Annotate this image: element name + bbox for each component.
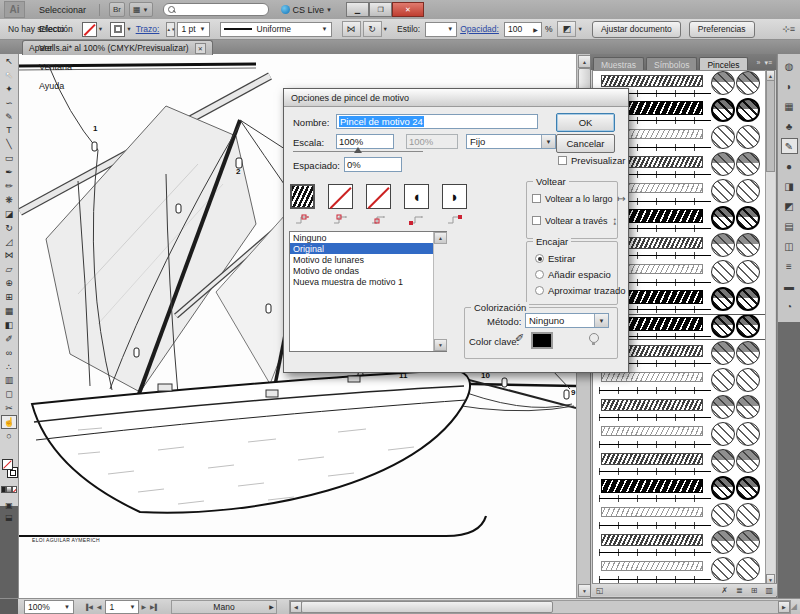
tab-muestras[interactable]: Muestras bbox=[593, 57, 644, 71]
brush-row[interactable] bbox=[593, 503, 768, 530]
brush-options-icon[interactable]: ≣ bbox=[736, 586, 743, 595]
brush-row[interactable] bbox=[593, 530, 768, 557]
lasso-tool[interactable]: ∽ bbox=[1, 96, 17, 110]
scrollbar-thumb[interactable] bbox=[766, 80, 775, 172]
brush-definition-button[interactable]: ↻ bbox=[363, 21, 382, 37]
ok-button[interactable]: OK bbox=[556, 113, 615, 132]
mesh-tool[interactable]: ▦ bbox=[1, 304, 17, 318]
graphic-styles-panel-icon[interactable]: ◨ bbox=[781, 178, 798, 194]
close-button[interactable]: ✕ bbox=[392, 2, 424, 17]
last-artboard-icon[interactable]: ▶▌ bbox=[150, 603, 159, 610]
basic-brush-button[interactable]: ⋈ bbox=[342, 21, 361, 37]
stroke-color-swatch[interactable] bbox=[110, 22, 125, 37]
cancel-button[interactable]: Cancelar bbox=[556, 134, 615, 153]
blend-tool[interactable]: ∞ bbox=[1, 346, 17, 360]
menu-seleccionar[interactable]: Seleccionar bbox=[31, 0, 94, 19]
bridge-button[interactable]: Br bbox=[109, 2, 125, 17]
fit-option-estirar[interactable]: Estirar bbox=[535, 253, 626, 264]
stroke-weight-field[interactable]: 1 pt▼ bbox=[177, 22, 209, 37]
artboard-tool[interactable]: ◻ bbox=[1, 387, 17, 401]
symbols-panel-icon[interactable]: ♣ bbox=[781, 118, 798, 134]
opacity-field[interactable]: 100▶ bbox=[504, 22, 542, 37]
first-artboard-icon[interactable]: ▐◀ bbox=[84, 603, 93, 610]
preview-option[interactable]: Previsualizar bbox=[558, 155, 625, 166]
flip-across-option[interactable]: Voltear a través ↨ bbox=[532, 215, 618, 226]
pen-tool[interactable]: ✎ bbox=[1, 110, 17, 124]
gradient-panel-icon[interactable]: ◗ bbox=[781, 78, 798, 94]
next-artboard-icon[interactable]: ▶ bbox=[141, 603, 146, 610]
list-scrollbar[interactable]: ▲ ▼ bbox=[433, 232, 447, 351]
column-graph-tool[interactable]: ▥ bbox=[1, 373, 17, 387]
search-input[interactable] bbox=[163, 3, 269, 16]
width-tool[interactable]: ⋈ bbox=[1, 248, 17, 262]
gradient-tool[interactable]: ◧ bbox=[1, 318, 17, 332]
brush-libraries-icon[interactable]: ◱ bbox=[596, 586, 604, 595]
brush-row[interactable] bbox=[593, 422, 768, 449]
name-input[interactable]: Pincel de motivo 24 bbox=[336, 114, 538, 129]
brush-row[interactable] bbox=[593, 395, 768, 422]
expand-panel-icon[interactable]: » bbox=[756, 59, 760, 66]
pattern-list-item[interactable]: Motivo de ondas bbox=[290, 265, 446, 276]
fill-stroke-indicator[interactable] bbox=[1, 458, 17, 482]
pattern-swatch-list[interactable]: NingunoOriginalMotivo de lunaresMotivo d… bbox=[289, 231, 447, 352]
line-segment-tool[interactable]: ╲ bbox=[1, 137, 17, 151]
pencil-tool[interactable]: ✏ bbox=[1, 179, 17, 193]
inner-corner-tile-button[interactable] bbox=[366, 184, 391, 209]
appearance-panel-icon[interactable]: ● bbox=[781, 158, 798, 174]
flip-along-option[interactable]: Voltear a lo largo ↦ bbox=[532, 193, 626, 204]
zoom-field[interactable]: 100% ▼ bbox=[24, 600, 74, 614]
brush-row[interactable] bbox=[593, 557, 768, 584]
eyedropper-icon[interactable]: ✐ bbox=[515, 332, 524, 345]
spacing-input[interactable]: 0% bbox=[344, 157, 402, 172]
zoom-tool[interactable]: ○ bbox=[1, 429, 17, 443]
collapse-control-bar-icon[interactable]: ⊹≡ bbox=[782, 24, 795, 34]
method-dropdown[interactable]: Ninguno ▼ bbox=[525, 313, 609, 328]
dialog-title-bar[interactable]: Opciones de pincel de motivo bbox=[284, 89, 628, 107]
menu-ventana[interactable]: Ventana bbox=[31, 57, 94, 76]
chevron-down-icon[interactable]: ▼ bbox=[594, 314, 608, 327]
stroke-link[interactable]: Trazo: bbox=[136, 24, 160, 34]
hand-tool[interactable]: ☝ bbox=[1, 415, 17, 429]
type-tool[interactable]: T bbox=[1, 123, 17, 137]
new-brush-icon[interactable]: ⊞ bbox=[751, 586, 758, 595]
tab-simbolos[interactable]: Símbolos bbox=[646, 57, 697, 71]
scroll-up-icon[interactable]: ▲ bbox=[434, 232, 447, 244]
paintbrush-tool[interactable]: ✒ bbox=[1, 165, 17, 179]
menu-ver[interactable]: Ver bbox=[31, 38, 94, 57]
scale-input[interactable]: 100% bbox=[336, 134, 394, 149]
scale-slider-thumb[interactable] bbox=[354, 147, 362, 153]
canvas-horizontal-scrollbar[interactable]: ◀ ▶ bbox=[289, 600, 791, 614]
scale-mode-dropdown[interactable]: Fijo ▼ bbox=[466, 134, 556, 149]
selection-tool[interactable]: ↖ bbox=[1, 54, 17, 68]
pattern-list-item[interactable]: Ninguno bbox=[290, 232, 446, 243]
brushes-panel-icon[interactable]: ✎ bbox=[781, 138, 798, 154]
preview-checkbox[interactable] bbox=[558, 156, 567, 165]
restore-button[interactable]: ❐ bbox=[369, 2, 392, 17]
pattern-list-item[interactable]: Original bbox=[290, 243, 446, 254]
panel-scrollbar[interactable]: ▲ ▼ bbox=[765, 70, 775, 585]
rectangle-tool[interactable]: ▭ bbox=[1, 151, 17, 165]
outer-corner-tile-button[interactable] bbox=[328, 184, 353, 209]
status-tool-indicator[interactable]: Mano ▶ bbox=[171, 600, 277, 614]
end-tile-button[interactable]: ◗ bbox=[442, 184, 467, 209]
start-tile-button[interactable]: ◖ bbox=[404, 184, 429, 209]
fit-option-anadir-espacio[interactable]: Añadir espacio bbox=[535, 269, 626, 280]
scroll-right-icon[interactable]: ▶ bbox=[778, 601, 790, 613]
preferences-button[interactable]: Preferencias bbox=[689, 21, 755, 38]
none-button[interactable] bbox=[12, 486, 17, 493]
symbol-sprayer-tool[interactable]: ∴ bbox=[1, 360, 17, 374]
panel-menu-icon[interactable]: ▾≡ bbox=[764, 59, 772, 67]
brush-row[interactable] bbox=[593, 476, 768, 503]
eraser-tool[interactable]: ◪ bbox=[1, 207, 17, 221]
scroll-down-icon[interactable]: ▼ bbox=[434, 339, 447, 351]
color-guide-icon[interactable]: ◍ bbox=[781, 58, 798, 74]
chevron-down-icon[interactable]: ▼ bbox=[541, 135, 555, 148]
colorization-tips-icon[interactable] bbox=[589, 333, 599, 343]
free-transform-tool[interactable]: ▱ bbox=[1, 262, 17, 276]
minimize-button[interactable]: ▁ bbox=[346, 2, 369, 17]
shape-builder-tool[interactable]: ⊕ bbox=[1, 276, 17, 290]
rotate-tool[interactable]: ↻ bbox=[1, 221, 17, 235]
menu-efecto[interactable]: Efecto bbox=[31, 19, 94, 38]
key-color-swatch[interactable] bbox=[531, 332, 553, 349]
pattern-list-item[interactable]: Motivo de lunares bbox=[290, 254, 446, 265]
